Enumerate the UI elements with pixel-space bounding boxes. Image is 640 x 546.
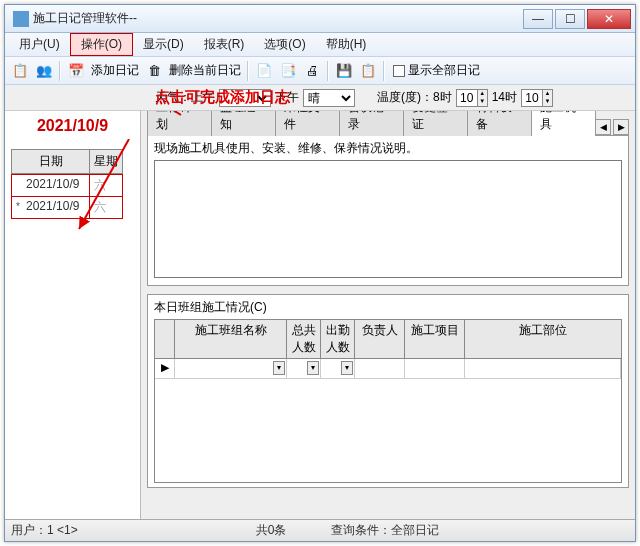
temp-label: 温度(度)：8时 [377,89,452,106]
tab-plan[interactable]: 工作计划 [147,111,212,136]
tool-icon-3[interactable]: 📅 [65,60,87,82]
window-title: 施工日记管理软件-- [33,10,523,27]
tab-material[interactable]: 材料设备 [467,111,532,136]
date-row[interactable]: 2021/10/9 六 [11,174,134,197]
tool-icon-2[interactable]: 👥 [33,60,55,82]
panel2-title: 本日班组施工情况(C) [154,299,622,316]
weather-pm-select[interactable]: 晴 [303,89,355,107]
crew-grid-body[interactable]: ▶ ▾ ▾ ▾ [154,359,622,483]
app-icon [13,11,29,27]
minimize-button[interactable]: — [523,9,553,29]
temp-14-spinner[interactable]: ▲▼ [521,89,553,107]
maximize-button[interactable]: ☐ [555,9,585,29]
close-button[interactable]: ✕ [587,9,631,29]
status-count: 共0条 [211,522,331,539]
titlebar: 施工日记管理软件-- — ☐ ✕ [5,5,635,33]
temp-14-label: 14时 [492,89,517,106]
weather-bar: 天气：上午 下午 晴 温度(度)：8时 ▲▼ 14时 ▲▼ 点击可完成添加日志 [5,85,635,111]
tab-prev-button[interactable]: ◀ [595,119,611,135]
tab-change[interactable]: 变更签证 [403,111,468,136]
spinner-icon[interactable]: ▾ [307,361,319,375]
weather-label: 天气：上午 [155,89,215,106]
tab-machinery[interactable]: 施工机具 [531,111,596,136]
tool-icon-7[interactable]: 💾 [333,60,355,82]
menu-user[interactable]: 用户(U) [9,34,70,55]
main-area: 2021/10/9 日期 星期 2021/10/9 六 *2021/10/9 六 [5,111,635,519]
current-date-display: 2021/10/9 [5,111,140,143]
tool-icon-6[interactable]: 🖨 [301,60,323,82]
separator [59,61,61,81]
dropdown-icon[interactable]: ▾ [273,361,285,375]
show-all-label: 显示全部日记 [408,62,480,79]
tabs: 工作计划 监理通知 来往文件 会议记录 变更签证 材料设备 施工机具 ◀ ▶ [141,111,635,135]
status-user: 用户：1 <1> [11,522,211,539]
separator [327,61,329,81]
toolbar: 📋 👥 📅 添加日记 🗑 删除当前日记 📄 📑 🖨 💾 📋 显示全部日记 [5,57,635,85]
left-pane: 2021/10/9 日期 星期 2021/10/9 六 *2021/10/9 六 [5,111,141,519]
menu-report[interactable]: 报表(R) [194,34,255,55]
menu-operate[interactable]: 操作(O) [70,33,133,56]
tool-icon-5[interactable]: 📑 [277,60,299,82]
tab-nav: ◀ ▶ [595,119,635,135]
delete-icon[interactable]: 🗑 [143,60,165,82]
machinery-panel: 现场施工机具使用、安装、维修、保养情况说明。 [147,135,629,286]
menu-options[interactable]: 选项(O) [254,34,315,55]
tool-icon-8[interactable]: 📋 [357,60,379,82]
window-buttons: — ☐ ✕ [523,9,631,29]
tab-supervise[interactable]: 监理通知 [211,111,276,136]
temp-8-spinner[interactable]: ▲▼ [456,89,488,107]
crew-panel: 本日班组施工情况(C) 施工班组名称 总共人数 出勤人数 负责人 施工项目 施工… [147,294,629,488]
col-weekday: 星期 [89,149,123,174]
separator [383,61,385,81]
menu-display[interactable]: 显示(D) [133,34,194,55]
tool-icon-4[interactable]: 📄 [253,60,275,82]
tab-meeting[interactable]: 会议记录 [339,111,404,136]
add-diary-label[interactable]: 添加日记 [89,62,141,79]
menu-help[interactable]: 帮助(H) [316,34,377,55]
right-pane: 工作计划 监理通知 来往文件 会议记录 变更签证 材料设备 施工机具 ◀ ▶ 现… [141,111,635,519]
date-grid-header: 日期 星期 [11,149,134,174]
spinner-icon[interactable]: ▾ [341,361,353,375]
date-row[interactable]: *2021/10/9 六 [11,197,134,219]
weather-pm-label: 下午 [275,89,299,106]
crew-grid-header: 施工班组名称 总共人数 出勤人数 负责人 施工项目 施工部位 [154,319,622,359]
col-date: 日期 [11,149,89,174]
tool-icon-1[interactable]: 📋 [9,60,31,82]
machinery-textarea[interactable] [154,160,622,278]
separator [247,61,249,81]
status-filter: 查询条件：全部日记 [331,522,629,539]
tab-next-button[interactable]: ▶ [613,119,629,135]
statusbar: 用户：1 <1> 共0条 查询条件：全部日记 [5,519,635,541]
crew-row[interactable]: ▶ ▾ ▾ ▾ [155,359,621,379]
weather-am-select[interactable] [219,89,271,107]
checkbox-icon [393,65,405,77]
tab-files[interactable]: 来往文件 [275,111,340,136]
menubar: 用户(U) 操作(O) 显示(D) 报表(R) 选项(O) 帮助(H) [5,33,635,57]
delete-diary-label[interactable]: 删除当前日记 [167,62,243,79]
app-window: 施工日记管理软件-- — ☐ ✕ 用户(U) 操作(O) 显示(D) 报表(R)… [4,4,636,542]
panel1-title: 现场施工机具使用、安装、维修、保养情况说明。 [154,140,622,157]
date-grid: 日期 星期 2021/10/9 六 *2021/10/9 六 [11,149,134,219]
show-all-checkbox[interactable]: 显示全部日记 [389,62,484,79]
